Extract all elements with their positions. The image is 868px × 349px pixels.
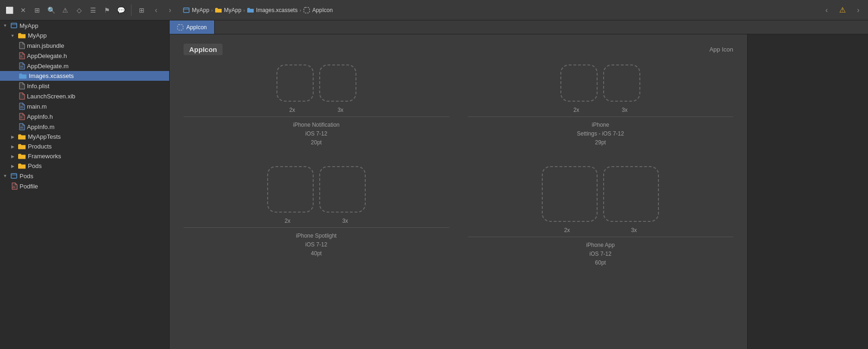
diamond-icon[interactable]: ◇ — [73, 5, 85, 16]
asset-main: AppIcon App Icon — [170, 34, 747, 349]
section-name: iPhone Spotlight — [296, 233, 336, 239]
scale-row-app: 2x 3x — [539, 226, 662, 234]
svg-text:m: m — [20, 65, 23, 68]
svg-rect-13 — [178, 25, 183, 30]
search-icon[interactable]: 🔍 — [46, 5, 57, 16]
breadcrumb-item-myapp-project[interactable]: MyApp — [183, 6, 209, 14]
section-pt: 60pt — [595, 259, 606, 266]
sidebar-item-myapptests[interactable]: ▶ MyAppTests — [0, 132, 169, 142]
asset-header: AppIcon App Icon — [184, 44, 733, 55]
section-name: iPhone Notification — [293, 122, 340, 128]
icon-grid: 2x 3x iPhone Notification iOS 7-12 — [184, 65, 733, 267]
sidebar-item-frameworks[interactable]: ▶ Frameworks — [0, 151, 169, 161]
sidebar-label: MyApp — [20, 22, 38, 29]
sidebar-item-podfile[interactable]: rb Podfile — [0, 181, 169, 191]
folder-icon — [215, 7, 222, 13]
section-pt: 40pt — [311, 250, 322, 257]
breadcrumb-item-appicon[interactable]: AppIcon — [303, 6, 333, 14]
section-divider-settings — [468, 116, 734, 117]
sidebar-item-appinfo-m[interactable]: m AppInfo.m — [0, 122, 169, 132]
svg-text:rb: rb — [13, 186, 15, 188]
sidebar-label: Frameworks — [28, 153, 61, 160]
sidebar-label: Pods — [20, 173, 33, 180]
tab-bar: AppIcon — [170, 20, 868, 34]
sidebar-item-myapp-root[interactable]: ▼ MyApp — [0, 20, 169, 31]
asset-title: AppIcon — [184, 44, 223, 55]
breadcrumb-item-myapp-folder[interactable]: MyApp — [215, 7, 241, 13]
sidebar-item-pods-group[interactable]: ▶ Pods — [0, 161, 169, 171]
rb-file-icon: rb — [11, 182, 18, 190]
disclosure-frameworks[interactable]: ▶ — [9, 153, 16, 160]
disclosure-products[interactable]: ▶ — [9, 143, 16, 150]
m-file3-icon: m — [19, 123, 25, 130]
asset-content: AppIcon App Icon — [170, 34, 868, 349]
disclosure-myapp-folder[interactable]: ▼ — [9, 32, 16, 39]
sidebar-item-pods-project[interactable]: ▼ Pods — [0, 171, 169, 181]
sidebar-label: MyAppTests — [28, 133, 61, 140]
m-file2-icon: m — [19, 103, 25, 110]
chat-icon[interactable]: 💬 — [115, 5, 126, 16]
inspector-left-button[interactable]: ‹ — [821, 4, 833, 16]
sidebar-label: main.m — [27, 103, 47, 110]
h-file-icon: h — [19, 52, 25, 59]
xib-file-icon — [19, 92, 25, 100]
icon-slot-app-3x[interactable] — [603, 166, 659, 222]
h-file2-icon: h — [19, 113, 25, 120]
sidebar-label: Pods — [28, 162, 42, 169]
sidebar-item-main-jsbundle[interactable]: main.jsbundle — [0, 40, 169, 51]
sidebar-item-main-m[interactable]: m main.m — [0, 101, 169, 111]
flag-icon[interactable]: ⚑ — [101, 5, 112, 16]
sidebar-item-info-plist[interactable]: Info.plist — [0, 81, 169, 91]
sidebar-label: Info.plist — [27, 83, 49, 90]
icon-slot-settings-3x[interactable] — [603, 65, 640, 102]
sidebar-item-images-xcassets[interactable]: Images.xcassets — [0, 71, 169, 81]
icon-slot-settings-2x[interactable] — [560, 65, 598, 102]
sidebar-label: AppDelegate.m — [27, 63, 69, 70]
breadcrumb-item-images-xcassets[interactable]: Images.xcassets — [247, 7, 297, 13]
svg-text:h: h — [20, 116, 22, 119]
breadcrumb-label: MyApp — [224, 7, 241, 13]
back-button[interactable]: ‹ — [150, 4, 162, 16]
icon-slot-app-2x[interactable] — [542, 166, 598, 222]
sidebar-item-appinfo-h[interactable]: h AppInfo.h — [0, 111, 169, 122]
slots-and-scales-spotlight: 2x 3x — [184, 166, 449, 227]
section-desc-settings: iPhone Settings - iOS 7-12 29pt — [577, 121, 624, 148]
icon-slot-spotlight-3x[interactable] — [319, 166, 366, 213]
icon-slot-notification-2x[interactable] — [276, 65, 314, 102]
sidebar-label: AppInfo.m — [27, 123, 54, 130]
sidebar-item-appdelegate-m[interactable]: m AppDelegate.m — [0, 61, 169, 71]
sidebar-item-products[interactable]: ▶ Products — [0, 142, 169, 151]
code-grid-icon[interactable]: ⊞ — [136, 5, 147, 16]
section-os: Settings - iOS 7-12 — [577, 130, 624, 137]
sidebar-item-launchscreen-xib[interactable]: LaunchScreen.xib — [0, 91, 169, 101]
icon-slots-settings — [560, 65, 640, 102]
list-icon[interactable]: ☰ — [87, 5, 99, 16]
icon-slot-spotlight-2x[interactable] — [267, 166, 314, 213]
toolbar-right: ‹ ⚠ › — [821, 4, 864, 16]
tab-appicon[interactable]: AppIcon — [170, 20, 215, 34]
inspector-right-button[interactable]: › — [852, 4, 864, 16]
tab-label: AppIcon — [186, 24, 207, 31]
main-area: ▼ MyApp ▼ MyApp main.jsbundle — [0, 20, 868, 349]
disclosure-pods-project[interactable]: ▼ — [2, 173, 8, 179]
disclosure-myapp-root[interactable]: ▼ — [2, 22, 8, 29]
slots-and-scales-notification: 2x 3x — [184, 65, 449, 116]
section-desc-app: iPhone App iOS 7-12 60pt — [586, 241, 615, 268]
icon-slots-app — [542, 166, 659, 222]
forward-button[interactable]: › — [164, 4, 176, 16]
folder-frameworks-icon — [18, 153, 26, 160]
stop-icon[interactable]: ✕ — [18, 5, 29, 16]
xcassets-icon — [247, 7, 254, 13]
square-icon[interactable]: ⬜ — [4, 5, 15, 16]
sidebar-item-appdelegate-h[interactable]: h AppDelegate.h — [0, 51, 169, 61]
disclosure-pods-group[interactable]: ▶ — [9, 163, 16, 169]
section-desc-spotlight: iPhone Spotlight iOS 7-12 40pt — [296, 232, 336, 259]
warning-icon[interactable]: ⚠ — [59, 5, 71, 16]
section-name: iPhone App — [586, 242, 615, 248]
sidebar-item-myapp-folder[interactable]: ▼ MyApp — [0, 31, 169, 40]
disclosure-myapptests[interactable]: ▶ — [9, 134, 16, 140]
icon-slot-notification-3x[interactable] — [319, 65, 356, 102]
sep1: › — [211, 7, 213, 13]
warning-badge[interactable]: ⚠ — [836, 4, 848, 16]
grid-icon[interactable]: ⊞ — [32, 5, 43, 16]
